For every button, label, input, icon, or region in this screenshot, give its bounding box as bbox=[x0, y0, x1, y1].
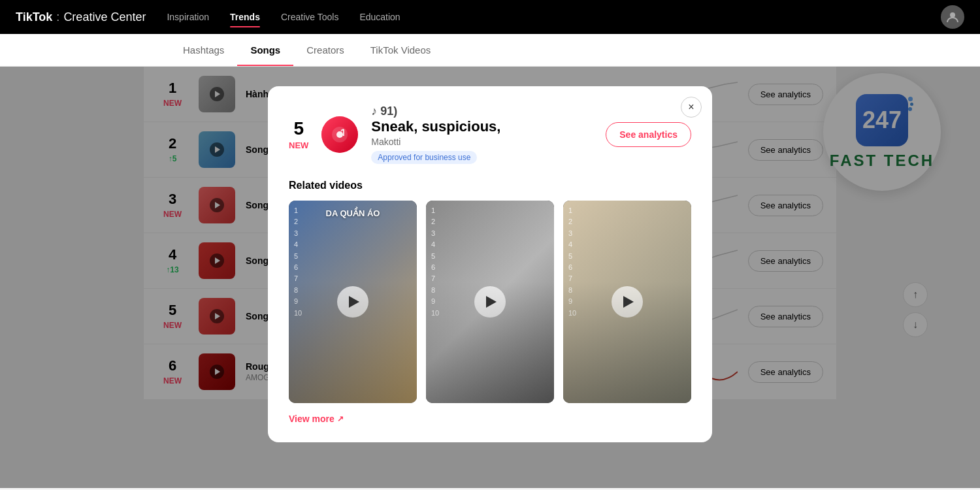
modal-overlay: × 5 NEW bbox=[0, 67, 980, 488]
modal-song-title: Sneak, suspicious, bbox=[371, 118, 593, 135]
modal-rank-label: NEW bbox=[289, 140, 308, 150]
modal-header: 5 NEW bbox=[289, 105, 691, 164]
svg-point-2 bbox=[336, 131, 343, 138]
related-videos-title: Related videos bbox=[289, 180, 691, 191]
video-background-2: 1 2 3 4 5 6 7 8 9 10 bbox=[426, 201, 554, 403]
logo-tik: TikTok bbox=[16, 10, 52, 24]
nav-education[interactable]: Education bbox=[359, 9, 400, 25]
nav-links: Inspiration Trends Creative Tools Educat… bbox=[167, 9, 920, 25]
tab-songs[interactable]: Songs bbox=[237, 34, 293, 66]
user-avatar[interactable] bbox=[941, 5, 964, 29]
video-background-1: 1 2 3 4 5 6 7 8 9 10 DA QUẦN ÁO bbox=[289, 201, 417, 403]
modal-rank: 5 NEW bbox=[289, 118, 308, 151]
song-detail-modal: × 5 NEW bbox=[268, 86, 712, 442]
tab-creators[interactable]: Creators bbox=[293, 34, 357, 66]
video-card-1[interactable]: 1 2 3 4 5 6 7 8 9 10 DA QUẦN ÁO bbox=[289, 201, 417, 403]
modal-rank-number: 5 bbox=[293, 118, 304, 139]
nav-trends[interactable]: Trends bbox=[230, 9, 260, 25]
nav-creative-tools[interactable]: Creative Tools bbox=[281, 9, 338, 25]
song-icon bbox=[321, 116, 358, 153]
top-navigation: TikTok : Creative Center Inspiration Tre… bbox=[0, 0, 980, 34]
external-link-icon: ↗ bbox=[337, 414, 344, 423]
videos-grid: 1 2 3 4 5 6 7 8 9 10 DA QUẦN ÁO bbox=[289, 201, 691, 403]
tab-tiktok-videos[interactable]: TikTok Videos bbox=[357, 34, 444, 66]
video-card-3[interactable]: 1 2 3 4 5 6 7 8 9 10 bbox=[563, 201, 691, 403]
modal-song-artist: Makotti bbox=[371, 137, 593, 147]
logo: TikTok : Creative Center bbox=[16, 10, 146, 24]
nav-inspiration[interactable]: Inspiration bbox=[167, 9, 209, 25]
view-more-link[interactable]: View more ↗ bbox=[289, 414, 691, 424]
tab-hashtags[interactable]: Hashtags bbox=[170, 34, 237, 66]
modal-close-button[interactable]: × bbox=[681, 97, 702, 118]
svg-point-0 bbox=[950, 12, 955, 18]
modal-song-score: ♪ 91) bbox=[371, 105, 593, 118]
main-content: 1 NEW Hành Thức See analytics 2 ↑5 bbox=[0, 67, 980, 488]
video-label-1: DA QUẦN ÁO bbox=[326, 208, 380, 218]
see-analytics-button[interactable]: See analytics bbox=[606, 122, 691, 147]
modal-song-info: ♪ 91) Sneak, suspicious, Makotti Approve… bbox=[371, 105, 593, 164]
view-more-text: View more bbox=[289, 414, 335, 424]
logo-creative-center: Creative Center bbox=[63, 10, 146, 24]
video-card-2[interactable]: 1 2 3 4 5 6 7 8 9 10 bbox=[426, 201, 554, 403]
subtabs: Hashtags Songs Creators TikTok Videos bbox=[0, 34, 980, 67]
approved-badge: Approved for business use bbox=[371, 151, 477, 164]
video-background-3: 1 2 3 4 5 6 7 8 9 10 bbox=[563, 201, 691, 403]
